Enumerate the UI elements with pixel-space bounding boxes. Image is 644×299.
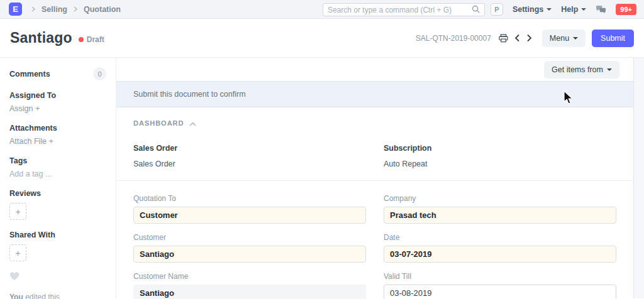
field-label: Valid Till: [384, 272, 616, 281]
attachments-heading: Attachments: [9, 124, 106, 133]
attach-file-button[interactable]: Attach File +: [9, 137, 106, 146]
submit-button[interactable]: Submit: [592, 30, 634, 47]
comments-heading[interactable]: Comments: [9, 70, 50, 79]
customer-input[interactable]: Santiago: [133, 246, 366, 263]
help-menu[interactable]: Help: [561, 5, 586, 14]
assign-button[interactable]: Assign +: [9, 104, 106, 113]
chevron-right-icon: [31, 6, 36, 12]
field-date: Date 03-07-2019: [384, 233, 616, 263]
chat-icon[interactable]: [596, 5, 606, 14]
chevron-down-icon: [581, 8, 586, 11]
add-tag-input[interactable]: Add a tag ...: [9, 170, 106, 178]
dashboard-link-auto-repeat[interactable]: Auto Repeat: [384, 160, 616, 168]
comments-count: 0: [93, 67, 106, 80]
add-review-button[interactable]: +: [9, 203, 26, 220]
dashboard-link-sales-order[interactable]: Sales Order: [133, 160, 366, 168]
dashboard-group-subscription: Subscription Auto Repeat: [384, 129, 616, 168]
breadcrumb-quotation[interactable]: Quotation: [84, 5, 121, 14]
field-label: Customer: [133, 233, 366, 242]
settings-menu[interactable]: Settings: [513, 5, 552, 14]
valid-till-input[interactable]: 03-08-2019: [384, 285, 616, 299]
global-search: [323, 3, 485, 16]
dashboard-group-heading: Subscription: [384, 144, 616, 153]
field-valid-till: Valid Till 03-08-2019: [384, 272, 616, 299]
chevron-up-icon: [189, 117, 196, 129]
prev-doc-icon[interactable]: [514, 34, 520, 42]
page-title: Santiago: [10, 30, 72, 46]
field-label: Customer Name: [133, 272, 366, 281]
user-avatar[interactable]: P: [491, 3, 503, 16]
status-label: Draft: [87, 35, 104, 44]
get-items-from-button[interactable]: Get items from: [544, 61, 619, 79]
search-input[interactable]: [328, 6, 472, 14]
company-input[interactable]: Prasad tech: [384, 207, 616, 224]
form-sidebar: Comments 0 Assigned To Assign + Attachme…: [0, 58, 116, 298]
field-label: Quotation To: [133, 194, 366, 203]
breadcrumb-selling[interactable]: Selling: [42, 5, 67, 14]
dashboard-collapse-toggle[interactable]: DASHBOARD: [133, 117, 616, 129]
field-customer: Customer Santiago: [133, 233, 366, 263]
last-edited-info: You edited this 2 days ago: [9, 292, 106, 299]
page-background-strip: [634, 58, 644, 298]
add-share-button[interactable]: +: [9, 244, 26, 261]
dashboard-title: DASHBOARD: [133, 119, 184, 127]
get-items-from-label: Get items from: [552, 65, 603, 74]
quotation-to-input[interactable]: Customer: [133, 207, 366, 224]
assigned-to-heading: Assigned To: [9, 91, 106, 100]
field-company: Company Prasad tech: [384, 194, 616, 224]
banner-text: Submit this document to confirm: [133, 90, 246, 99]
dashboard-section: DASHBOARD Sales Order Sales Order Subscr…: [116, 107, 633, 181]
chevron-down-icon: [573, 37, 578, 40]
chevron-right-icon: [73, 6, 78, 12]
document-id: SAL-QTN-2019-00007: [416, 34, 491, 43]
breadcrumb: Selling Quotation: [31, 5, 121, 14]
status-badge: Draft: [79, 35, 104, 44]
field-customer-name: Customer Name Santiago: [133, 272, 366, 299]
dashboard-group-heading: Sales Order: [133, 144, 366, 153]
settings-label: Settings: [513, 5, 543, 14]
field-label: Date: [384, 233, 616, 242]
draft-indicator-dot: [79, 37, 84, 42]
search-icon[interactable]: [472, 4, 480, 16]
edited-by-text: edited this: [25, 293, 60, 299]
print-icon[interactable]: [499, 34, 508, 43]
notification-badge[interactable]: 99+: [616, 4, 636, 15]
shared-with-heading: Shared With: [9, 231, 106, 239]
like-heart-icon[interactable]: [9, 272, 106, 283]
customer-name-input[interactable]: Santiago: [133, 285, 366, 299]
menu-label: Menu: [550, 34, 569, 43]
page-head: Santiago Draft SAL-QTN-2019-00007 Menu S…: [0, 19, 644, 58]
next-doc-icon[interactable]: [526, 34, 532, 42]
reviews-heading: Reviews: [9, 189, 106, 198]
edited-by-user: You: [9, 293, 23, 299]
help-label: Help: [561, 5, 578, 14]
app-logo[interactable]: E: [9, 3, 22, 16]
submit-info-banner: Submit this document to confirm: [116, 81, 633, 107]
form-body: Get items from Submit this document to c…: [116, 58, 634, 298]
chevron-down-icon: [607, 68, 612, 71]
menu-button[interactable]: Menu: [542, 30, 586, 47]
field-label: Company: [384, 194, 616, 203]
field-quotation-to: Quotation To Customer: [133, 194, 366, 224]
form-fields-section: Quotation To Customer Company Prasad tec…: [116, 181, 633, 299]
tags-heading: Tags: [9, 156, 106, 165]
chevron-down-icon: [547, 8, 552, 11]
date-input[interactable]: 03-07-2019: [384, 246, 616, 263]
dashboard-group-sales-order: Sales Order Sales Order: [133, 129, 366, 168]
top-navbar: E Selling Quotation P Settings Help: [0, 0, 644, 19]
